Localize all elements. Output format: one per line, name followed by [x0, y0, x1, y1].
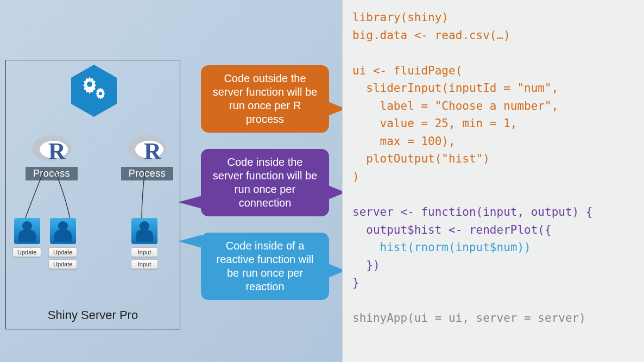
code-line: sliderInput(inputId = "num", [352, 82, 558, 95]
callout-tail-icon [178, 196, 202, 209]
code-line: max = 100), [352, 135, 456, 148]
code-line: hist(rnorm(input$num)) [352, 241, 531, 254]
svg-point-0 [87, 82, 92, 87]
callout-purple: Code inside the server function will be … [201, 149, 329, 216]
gears-hex-icon [71, 65, 117, 117]
code-line: shinyApp(ui = ui, server = server) [352, 311, 586, 324]
user-session: Update Update [48, 218, 77, 269]
code-line: } [352, 276, 359, 289]
svg-point-1 [99, 92, 102, 95]
gears-icon [80, 74, 108, 103]
callout-tail-icon [178, 235, 202, 248]
update-button[interactable]: Update [12, 247, 41, 257]
svg-text:R: R [144, 138, 162, 164]
input-button[interactable]: Input [131, 247, 158, 257]
callout-text: Code inside the server function will be … [213, 156, 317, 209]
r-logo-icon: R [30, 131, 73, 164]
code-line: ) [352, 170, 359, 183]
user-icon [50, 218, 76, 244]
r-process-right: R Process [115, 131, 180, 180]
user-icon [14, 218, 40, 244]
server-box-title: Shiny Server Pro [6, 308, 180, 322]
code-panel: library(shiny) big.data <- read.csv(…) u… [342, 0, 644, 362]
update-button[interactable]: Update [48, 247, 77, 257]
svg-text:R: R [48, 138, 66, 164]
input-button[interactable]: Input [131, 259, 158, 269]
code-line: ui <- fluidPage( [352, 64, 462, 77]
r-process-left: R Process [19, 131, 84, 180]
code-line: label = "Choose a number", [352, 99, 558, 113]
code-line: value = 25, min = 1, [352, 117, 517, 130]
r-logo-icon: R [125, 131, 169, 164]
code-line: server <- function(input, output) { [352, 205, 593, 219]
callout-blue: Code inside of a reactive function will … [201, 233, 329, 300]
code-line: big.data <- read.csv(…) [352, 29, 510, 42]
users-left-group: Update Update Update [10, 218, 97, 269]
shiny-server-box: R Process R Process Update Update Update [5, 60, 180, 329]
process-label: Process [121, 167, 174, 180]
code-line: plotOutput("hist") [352, 152, 490, 165]
users-right-group: Input Input [129, 218, 167, 269]
code-line: library(shiny) [352, 11, 449, 24]
user-icon [131, 218, 157, 244]
callout-orange: Code outside the server function will be… [201, 65, 329, 133]
callout-text: Code outside the server function will be… [213, 72, 317, 125]
code-line: }) [352, 259, 380, 272]
code-line: output$hist <- renderPlot({ [352, 223, 552, 236]
process-label: Process [26, 167, 78, 180]
callout-text: Code inside of a reactive function will … [217, 240, 314, 292]
update-button[interactable]: Update [48, 259, 77, 269]
user-session: Input Input [131, 218, 158, 269]
user-session: Update [12, 218, 41, 257]
